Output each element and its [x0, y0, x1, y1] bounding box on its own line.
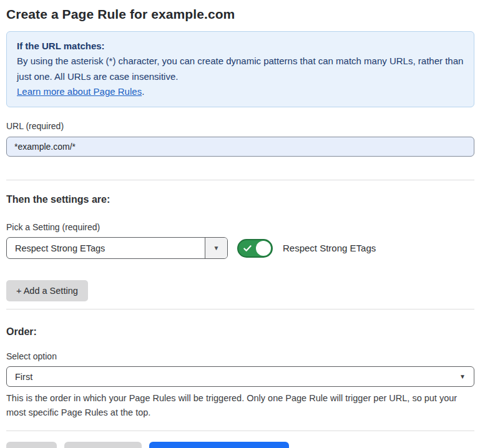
- setting-dropdown[interactable]: Respect Strong ETags ▼: [6, 237, 228, 259]
- settings-section-heading: Then the settings are:: [6, 194, 474, 205]
- etags-toggle[interactable]: [237, 239, 273, 258]
- order-select-value: First: [15, 372, 32, 382]
- order-select-label: Select option: [6, 351, 474, 361]
- chevron-down-icon: ▼: [459, 373, 466, 380]
- setting-picker-label: Pick a Setting (required): [6, 222, 474, 232]
- order-section-heading: Order:: [6, 326, 474, 338]
- link-suffix: .: [142, 86, 144, 97]
- dropdown-arrow-button[interactable]: ▼: [205, 238, 227, 258]
- footer-actions: Cancel Save as Draft Save and Deploy Pag…: [6, 442, 474, 448]
- check-icon: [243, 244, 252, 252]
- save-draft-button[interactable]: Save as Draft: [64, 442, 142, 448]
- setting-dropdown-value: Respect Strong ETags: [7, 238, 205, 258]
- setting-row: Respect Strong ETags ▼ Respect Strong ET…: [6, 237, 474, 259]
- page-rule-form: Create a Page Rule for example.com If th…: [0, 7, 480, 448]
- page-title: Create a Page Rule for example.com: [6, 7, 474, 22]
- info-box-body: By using the asterisk (*) character, you…: [17, 54, 464, 84]
- chevron-down-icon: ▼: [213, 245, 220, 251]
- order-help-text: This is the order in which your Page Rul…: [6, 391, 474, 419]
- url-input[interactable]: [6, 137, 474, 157]
- section-divider: [6, 180, 474, 180]
- add-setting-button[interactable]: + Add a Setting: [6, 280, 88, 301]
- learn-more-link[interactable]: Learn more about Page Rules: [17, 86, 142, 97]
- footer-divider: [6, 431, 474, 431]
- save-deploy-button[interactable]: Save and Deploy Page Rule: [149, 442, 289, 448]
- section-divider: [6, 309, 474, 309]
- toggle-knob: [256, 241, 271, 256]
- info-box-heading: If the URL matches:: [17, 39, 464, 54]
- url-field-label: URL (required): [6, 121, 474, 131]
- info-box-link-line: Learn more about Page Rules.: [17, 84, 464, 99]
- order-select[interactable]: First ▼: [6, 366, 474, 387]
- toggle-label: Respect Strong ETags: [283, 243, 376, 253]
- url-match-info-box: If the URL matches: By using the asteris…: [6, 31, 474, 107]
- cancel-button[interactable]: Cancel: [6, 442, 57, 448]
